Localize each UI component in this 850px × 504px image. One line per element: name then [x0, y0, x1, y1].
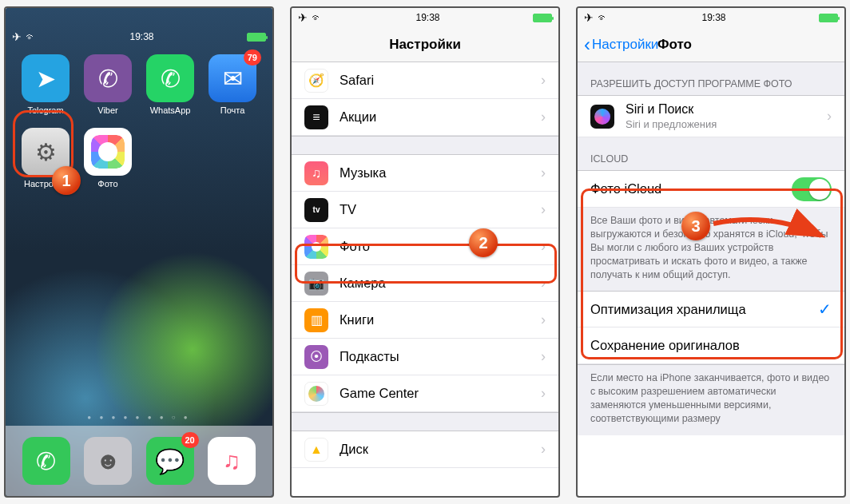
status-bar: ✈ ᯤ 19:38 — [6, 27, 272, 46]
chevron-right-icon: › — [541, 109, 546, 125]
airplane-mode-icon: ✈ — [12, 31, 22, 42]
chevron-right-icon: › — [541, 312, 546, 328]
dock-music[interactable]: ♫ — [208, 437, 256, 485]
viber-icon: ✆ — [84, 54, 132, 102]
siri-icon — [590, 105, 614, 129]
app-mail[interactable]: ✉ 79 Почта — [204, 54, 261, 115]
telegram-icon: ➤ — [22, 54, 70, 102]
row-game-center[interactable]: Game Center › — [292, 375, 558, 412]
status-bar: ✈ᯤ 19:38 — [578, 8, 844, 27]
row-optimize-storage[interactable]: Оптимизация хранилища ✓ — [578, 291, 844, 327]
navbar: ‹ Настройки Фото — [578, 27, 844, 62]
back-button[interactable]: ‹ Настройки — [584, 35, 658, 54]
chevron-right-icon: › — [541, 385, 546, 402]
row-photos[interactable]: Фото › — [292, 228, 558, 265]
navbar-title: Настройки — [389, 37, 461, 53]
navbar: Настройки — [292, 27, 558, 62]
books-icon: ▥ — [304, 308, 328, 332]
dock-phone[interactable]: ✆ — [22, 437, 70, 485]
row-podcasts[interactable]: ⦿ Подкасты › — [292, 339, 558, 375]
messages-badge: 20 — [181, 432, 199, 448]
chevron-right-icon: › — [541, 238, 546, 255]
row-siri-search[interactable]: Siri и Поиск Siri и предложения › — [578, 96, 844, 137]
safari-icon: 🧭 — [304, 69, 328, 93]
row-tv[interactable]: tv TV › — [292, 192, 558, 228]
chevron-right-icon: › — [541, 348, 546, 365]
whatsapp-icon: ✆ — [146, 54, 194, 102]
row-camera[interactable]: 📷 Камера › — [292, 265, 558, 302]
status-bar: ✈ᯤ 19:38 — [292, 8, 558, 27]
music-icon: ♫ — [304, 161, 328, 185]
chevron-right-icon: › — [541, 201, 546, 218]
airplane-mode-icon: ✈ — [298, 12, 308, 23]
icloud-description: Все Ваши фото и видео автоматически выгр… — [578, 208, 844, 291]
row-keep-originals[interactable]: Сохранение оригиналов — [578, 327, 844, 364]
dock-contacts[interactable]: ☻ — [84, 437, 132, 485]
row-stocks[interactable]: ≡ Акции › — [292, 99, 558, 136]
row-icloud-photos[interactable]: Фото iCloud — [578, 171, 844, 208]
mail-icon: ✉ 79 — [209, 54, 256, 102]
section-icloud: ICLOUD — [578, 137, 844, 171]
status-time: 19:38 — [701, 12, 725, 23]
dock: ✆ ☻ 💬20 ♫ — [6, 426, 272, 496]
photos-icon — [84, 128, 132, 176]
battery-icon — [819, 14, 838, 22]
chevron-right-icon: › — [541, 165, 546, 181]
row-music[interactable]: ♫ Музыка › — [292, 155, 558, 192]
photos-icon — [304, 235, 328, 259]
screen-settings: ✈ᯤ 19:38 Настройки 🧭 Safari › ≡ Акции › … — [290, 6, 560, 498]
messages-icon: 💬20 — [146, 437, 194, 485]
music-icon: ♫ — [208, 437, 256, 485]
wifi-icon: ᯤ — [26, 31, 37, 42]
chevron-right-icon: › — [827, 108, 832, 125]
chevron-right-icon: › — [541, 275, 546, 292]
settings-icon: ⚙ — [22, 128, 70, 176]
status-time: 19:38 — [415, 12, 439, 23]
drive-icon: ▲ — [304, 438, 328, 462]
stocks-icon: ≡ — [304, 105, 328, 129]
row-safari[interactable]: 🧭 Safari › — [292, 62, 558, 99]
screen-home: ✈ ᯤ 19:38 ➤ Telegram ✆ Viber ✆ WhatsApp … — [4, 6, 274, 498]
airplane-mode-icon: ✈ — [584, 12, 594, 23]
settings-list[interactable]: 🧭 Safari › ≡ Акции › ♫ Музыка › tv TV › … — [292, 62, 558, 468]
checkmark-icon: ✓ — [818, 300, 832, 319]
chevron-right-icon: › — [541, 72, 546, 89]
section-allow-access: РАЗРЕШИТЬ ДОСТУП ПРОГРАММЕ ФОТО — [578, 62, 844, 96]
navbar-title: Фото — [657, 37, 692, 53]
camera-icon: 📷 — [304, 272, 328, 296]
dock-messages[interactable]: 💬20 — [146, 437, 194, 485]
page-dots[interactable]: ● ● ● ● ● ● ● ○ ● — [6, 409, 272, 426]
tv-icon: tv — [304, 198, 328, 222]
wifi-icon: ᯤ — [312, 12, 323, 23]
podcasts-icon: ⦿ — [304, 345, 328, 369]
app-photos[interactable]: Фото — [79, 128, 137, 189]
chevron-left-icon: ‹ — [584, 35, 590, 54]
status-time: 19:38 — [129, 31, 153, 42]
phone-icon: ✆ — [22, 437, 70, 485]
storage-description: Если место на iPhone заканчивается, фото… — [578, 364, 844, 435]
mail-badge: 79 — [244, 50, 261, 65]
battery-icon — [533, 14, 552, 22]
app-whatsapp[interactable]: ✆ WhatsApp — [141, 54, 199, 115]
battery-icon — [247, 33, 266, 42]
app-telegram[interactable]: ➤ Telegram — [17, 54, 74, 115]
app-settings[interactable]: ⚙ Настройки — [17, 128, 74, 189]
icloud-photos-toggle[interactable] — [792, 177, 832, 201]
chevron-right-icon: › — [541, 441, 546, 458]
wifi-icon: ᯤ — [598, 12, 609, 23]
screen-photo-settings: ✈ᯤ 19:38 ‹ Настройки Фото РАЗРЕШИТЬ ДОСТ… — [576, 6, 846, 498]
app-viber[interactable]: ✆ Viber — [79, 54, 137, 115]
home-wallpaper: ✈ ᯤ 19:38 ➤ Telegram ✆ Viber ✆ WhatsApp … — [6, 8, 272, 496]
row-drive[interactable]: ▲ Диск › — [292, 431, 558, 468]
game-center-icon — [304, 382, 328, 406]
row-books[interactable]: ▥ Книги › — [292, 302, 558, 339]
contacts-icon: ☻ — [84, 437, 132, 485]
